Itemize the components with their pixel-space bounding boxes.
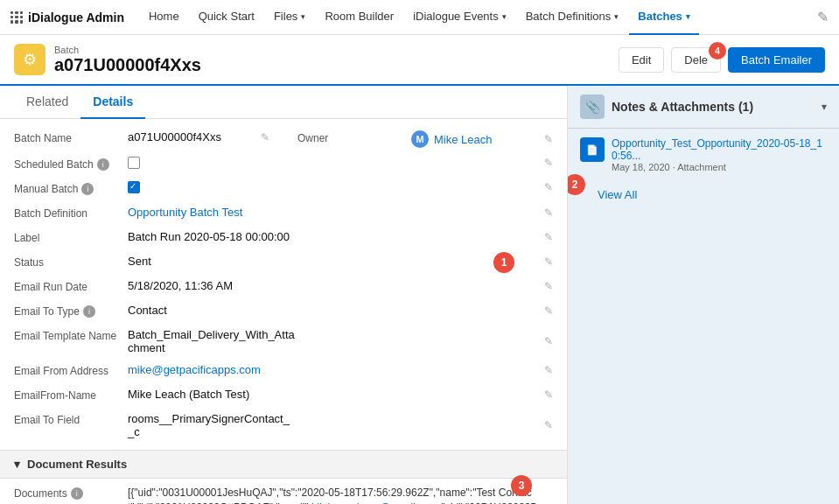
batch-record-icon: ⚙ [14, 44, 45, 75]
batch-label: Batch [54, 45, 201, 55]
field-label: Label Batch Run 2020-05-18 00:00:00 ✎ [0, 226, 567, 250]
document-results-label: Document Results [27, 458, 127, 471]
document-results-section-header[interactable]: ▾ Document Results [0, 450, 567, 479]
manual-batch-edit-icon[interactable]: ✎ [544, 181, 553, 193]
field-email-to-type: Email To Type i Contact ✎ [0, 299, 567, 324]
field-email-template-name: Email Template Name Batch_Email_Delivery… [0, 324, 567, 359]
batch-name-label: Batch Name [14, 130, 128, 144]
email-to-field-edit-icon[interactable]: ✎ [544, 419, 553, 431]
app-logo: iDialogue Admin [10, 10, 124, 24]
notes-header-left: 📎 Notes & Attachments (1) [580, 94, 753, 119]
manual-batch-value: ✎ [128, 181, 553, 193]
batch-name-value: a071U00000f4Xxs ✎ [128, 130, 269, 144]
nav-pencil-icon[interactable]: ✎ [817, 9, 829, 25]
batch-header-actions: Edit Dele 4 Batch Emailer [619, 47, 825, 73]
field-batch-name: Batch Name a071U00000f4Xxs ✎ [0, 126, 283, 152]
email-from-address-label: Email From Address [14, 363, 128, 377]
owner-edit-icon[interactable]: ✎ [544, 133, 553, 145]
field-status: Status Sent ✎ 1 [0, 250, 567, 275]
step-badge-2: 2 [568, 174, 585, 195]
email-template-name-value: Batch_Email_Delivery_With_Attachment ✎ [128, 328, 553, 354]
email-run-date-edit-icon[interactable]: ✎ [544, 280, 553, 292]
nav-batches[interactable]: Batches ▾ [629, 0, 699, 35]
tab-details[interactable]: Details [80, 86, 145, 119]
status-value: Sent ✎ 1 [128, 255, 553, 268]
events-caret: ▾ [502, 12, 507, 21]
email-run-date-value: 5/18/2020, 11:36 AM ✎ [128, 279, 553, 292]
nav-batch-definitions[interactable]: Batch Definitions ▾ [517, 0, 628, 35]
grid-icon [10, 11, 23, 24]
label-edit-icon[interactable]: ✎ [544, 231, 553, 243]
field-documents: Documents i [{"uid":"0031U00001JesHuQAJ"… [0, 479, 567, 504]
documents-info-icon[interactable]: i [71, 487, 83, 500]
field-owner: Owner M Mike Leach ✎ [283, 126, 567, 152]
files-caret: ▾ [301, 12, 305, 21]
owner-link[interactable]: Mike Leach [434, 133, 492, 146]
batch-name-owner-row: Batch Name a071U00000f4Xxs ✎ Owner M Mik… [0, 126, 567, 152]
batch-name-edit-icon[interactable]: ✎ [261, 131, 269, 144]
email-to-type-info-icon[interactable]: i [83, 305, 95, 318]
tabs: Related Details [0, 86, 567, 119]
email-to-type-label: Email To Type i [14, 304, 128, 318]
field-emailfrom-name: EmailFrom-Name Mike Leach (Batch Test) ✎ [0, 383, 567, 408]
emailfrom-name-edit-icon[interactable]: ✎ [544, 388, 553, 401]
email-template-name-label: Email Template Name [14, 328, 128, 342]
attachment-item: 📄 Opportunity_Test_Opportunity_2020-05-1… [568, 129, 839, 181]
documents-label: Documents i [14, 486, 128, 500]
notes-title: Notes & Attachments (1) [612, 100, 753, 114]
nav-quickstart[interactable]: Quick Start [190, 0, 263, 35]
field-manual-batch: Manual Batch i ✎ [0, 177, 567, 201]
batch-emailer-button[interactable]: Batch Emailer [728, 47, 825, 73]
batch-id: a071U00000f4Xxs [54, 55, 201, 75]
notes-attachments-header: 📎 Notes & Attachments (1) ▾ [568, 86, 839, 129]
fields-container: Batch Name a071U00000f4Xxs ✎ Owner M Mik… [0, 119, 567, 450]
notes-dropdown-icon[interactable]: ▾ [822, 101, 827, 113]
step-badge-1: 1 [493, 252, 514, 273]
field-batch-definition: Batch Definition Opportunity Batch Test … [0, 201, 567, 226]
batches-caret: ▾ [686, 12, 690, 21]
nav-idialogue-events[interactable]: iDialogue Events ▾ [404, 0, 515, 35]
step-badge-3: 3 [511, 475, 532, 496]
section-chevron-icon: ▾ [14, 458, 20, 471]
batch-definition-value: Opportunity Batch Test ✎ [128, 206, 553, 219]
notes-icon: 📎 [580, 94, 605, 119]
nav-roombuilder[interactable]: Room Builder [316, 0, 402, 35]
batch-definition-edit-icon[interactable]: ✎ [544, 206, 553, 219]
right-panel: 📎 Notes & Attachments (1) ▾ 📄 Opportunit… [568, 86, 839, 504]
batch-header: ⚙ Batch a071U00000f4Xxs Edit Dele 4 Batc… [0, 35, 839, 86]
owner-value: M Mike Leach ✎ [411, 130, 553, 148]
documents-value: [{"uid":"0031U00001JesHuQAJ","ts":"2020-… [128, 486, 553, 504]
email-from-address-link[interactable]: mike@getpacificapps.com [128, 363, 261, 376]
batch-definition-link[interactable]: Opportunity Batch Test [128, 206, 242, 219]
attachment-info: Opportunity_Test_Opportunity_2020-05-18_… [612, 137, 827, 172]
view-all-button[interactable]: 2 View All [568, 181, 839, 208]
view-all-label: View All [598, 188, 637, 201]
batch-title-block: Batch a071U00000f4Xxs [54, 45, 201, 75]
tab-related[interactable]: Related [14, 86, 80, 119]
email-from-address-edit-icon[interactable]: ✎ [544, 364, 553, 376]
manual-batch-checkbox[interactable] [128, 181, 140, 193]
email-to-type-edit-icon[interactable]: ✎ [544, 304, 553, 317]
attachment-name[interactable]: Opportunity_Test_Opportunity_2020-05-18_… [612, 137, 827, 162]
status-label: Status [14, 255, 128, 269]
manual-batch-label: Manual Batch i [14, 181, 128, 195]
scheduled-batch-label: Scheduled Batch i [14, 157, 128, 171]
scheduled-batch-checkbox[interactable] [128, 157, 140, 169]
batch-definition-label: Batch Definition [14, 206, 128, 220]
email-from-address-value: mike@getpacificapps.com ✎ [128, 363, 553, 376]
owner-avatar: M [411, 130, 429, 148]
scheduled-batch-info-icon[interactable]: i [97, 158, 109, 171]
field-scheduled-batch: Scheduled Batch i ✎ [0, 152, 567, 177]
status-edit-icon[interactable]: ✎ [544, 256, 553, 268]
email-template-edit-icon[interactable]: ✎ [544, 335, 553, 347]
nav-home[interactable]: Home [140, 0, 188, 35]
left-panel: Related Details Batch Name a071U00000f4X… [0, 86, 568, 504]
nav-files[interactable]: Files ▾ [265, 0, 314, 35]
label-value: Batch Run 2020-05-18 00:00:00 ✎ [128, 230, 553, 243]
label-label: Label [14, 230, 128, 244]
manual-batch-info-icon[interactable]: i [81, 183, 94, 195]
edit-button[interactable]: Edit [619, 47, 664, 73]
email-run-date-label: Email Run Date [14, 279, 128, 293]
delete-btn-wrap: Dele 4 [671, 47, 721, 73]
scheduled-batch-edit-icon[interactable]: ✎ [544, 157, 553, 169]
